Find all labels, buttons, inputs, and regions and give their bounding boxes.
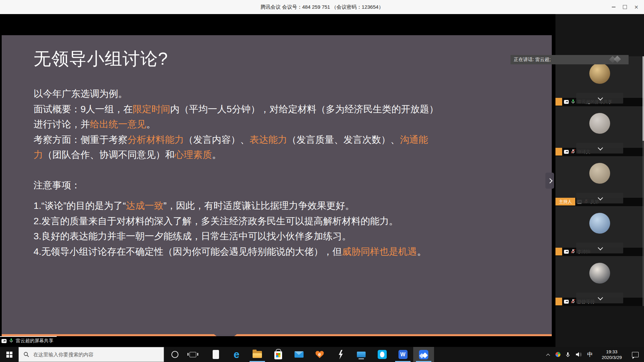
sidebar-scrollbar-thumb[interactable] xyxy=(643,56,644,141)
action-center-button[interactable] xyxy=(628,347,643,362)
sidebar-scrollbar-track[interactable] xyxy=(643,141,644,306)
taskbar-your-phone[interactable] xyxy=(205,347,226,362)
avatar xyxy=(589,113,610,134)
taskbar-wps[interactable] xyxy=(392,347,413,362)
slide-text-line: 考察方面：侧重于考察分析材料能力（发言内容）、表达能力（发言质量、发言次数）、沟… xyxy=(34,132,538,147)
collapse-tiles-button[interactable] xyxy=(576,143,623,154)
avatar xyxy=(589,63,610,84)
ime-indicator[interactable]: 中 xyxy=(584,347,596,362)
taskbar-apps xyxy=(205,347,434,362)
screen-share-icon xyxy=(564,149,569,154)
taskbar-clock[interactable]: 19:33 2020/3/29 xyxy=(596,347,628,362)
taskbar-search[interactable] xyxy=(18,347,164,362)
restore-button[interactable] xyxy=(619,0,631,14)
window-title: 腾讯会议 会议号：484 259 751 （会议密码：123654） xyxy=(0,0,644,14)
text: 。 xyxy=(212,149,221,160)
clock-date: 2020/3/29 xyxy=(602,355,622,360)
participant-tile[interactable]: 张译文 xyxy=(555,106,644,156)
wps-icon xyxy=(398,350,408,359)
host-badge: 主持人 xyxy=(555,198,575,205)
taskbar-edge[interactable] xyxy=(226,347,247,362)
host-badge xyxy=(555,248,562,255)
taskbar-tencent-meeting[interactable] xyxy=(413,347,434,362)
text: 面试概要：9人一组，在 xyxy=(34,104,133,114)
participant-tile[interactable]: 静静等待 xyxy=(555,256,644,306)
collapse-sidebar-button[interactable] xyxy=(545,173,554,189)
edge-icon xyxy=(233,349,239,361)
collapse-tiles-button[interactable] xyxy=(576,93,623,104)
highlighted-text: 沟通能 xyxy=(400,134,428,145)
slide-text-line: 注意事项： xyxy=(34,178,538,193)
slide-text-line: 1.“谈论”的目的是为了“达成一致”，因此，有时适度谦让比据理力争效果更好。 xyxy=(34,198,538,214)
tencent-meeting-icon xyxy=(419,350,428,359)
meeting-logo-icon xyxy=(614,56,621,63)
presentation-slide: 无领导小组讨论? 以今年广东选调为例。面试概要：9人一组，在限定时间内（平均一人… xyxy=(2,35,552,350)
taskbar-remote-desktop[interactable] xyxy=(351,347,372,362)
cortana-button[interactable] xyxy=(167,347,182,362)
remote-desktop-icon xyxy=(357,352,366,357)
tray-microphone-button[interactable] xyxy=(563,347,573,362)
chevron-down-icon xyxy=(598,95,603,101)
search-input[interactable] xyxy=(33,351,155,358)
highlighted-text: 分析材料能力 xyxy=(127,134,184,145)
text: 进行讨论，并 xyxy=(34,119,90,129)
highlighted-text: 威胁同样也是机遇 xyxy=(342,246,417,257)
highlighted-text: 力 xyxy=(34,149,43,160)
screen-share-icon xyxy=(1,339,7,344)
slide-title: 无领导小组讨论? xyxy=(2,35,552,71)
slide-text-line: 2.发言的质量来自于对材料的深入了解，多关注经济政务民生可以提高解析材料的能力。 xyxy=(34,214,538,229)
tray-volume-button[interactable] xyxy=(573,347,584,362)
slide-text-line: 以今年广东选调为例。 xyxy=(34,86,538,102)
host-badge xyxy=(555,298,562,305)
tray-photos-button[interactable] xyxy=(553,347,563,362)
speaking-indicator-text: 正在讲话: 雷云超; xyxy=(514,57,551,63)
screen-share-toast: 雷云超的屏幕共享 xyxy=(0,336,57,345)
window-titlebar: 腾讯会议 会议号：484 259 751 （会议密码：123654） × xyxy=(0,0,644,14)
text: 以今年广东选调为例。 xyxy=(34,88,127,99)
screen-share-icon xyxy=(564,249,569,254)
participant-tile[interactable]: 主持人 及第 xyxy=(555,156,644,206)
text: 。 xyxy=(417,246,426,257)
chevron-down-icon xyxy=(598,245,603,250)
qq-icon xyxy=(378,350,387,359)
slide-text-line: 面试概要：9人一组，在限定时间内（平均一人5分钟），对给定材料（多为经济民生类的… xyxy=(34,102,538,117)
microphone-icon xyxy=(565,352,571,357)
microsoft-store-icon xyxy=(274,351,282,359)
minimize-icon xyxy=(612,7,615,7)
screen-share-icon xyxy=(564,299,569,304)
avatar xyxy=(589,163,610,184)
system-tray: 中 19:33 2020/3/29 xyxy=(543,347,643,362)
text: 考察方面：侧重于考察 xyxy=(34,134,127,145)
chevron-down-icon xyxy=(598,145,603,150)
taskbar-mail[interactable] xyxy=(288,347,309,362)
collapse-tiles-button[interactable] xyxy=(576,193,623,203)
highlighted-text: 表达能力 xyxy=(250,134,287,145)
search-icon xyxy=(23,352,29,357)
slide-text-line: 力（团队合作、协调不同意见）和心理素质。 xyxy=(34,147,538,163)
volume-icon xyxy=(575,352,582,357)
windows-logo-icon xyxy=(6,352,12,357)
heart-browser-icon xyxy=(315,351,324,359)
collapse-tiles-button[interactable] xyxy=(576,243,623,253)
participant-tile[interactable]: 李沛怡 xyxy=(555,206,644,256)
start-button[interactable] xyxy=(0,347,18,362)
avatar xyxy=(589,263,610,284)
text: 2.发言的质量来自于对材料的深入了解，多关注经济政务民生可以提高解析材料的能力。 xyxy=(34,216,398,226)
avatar xyxy=(589,213,610,234)
window-controls: × xyxy=(608,0,642,14)
slide-text-line: 4.无领导小组讨论存在不确定性（因为你可能会遇见特别能说的大佬），但威胁同样也是… xyxy=(34,244,538,259)
tray-expand-button[interactable] xyxy=(543,347,553,362)
close-button[interactable]: × xyxy=(631,0,642,14)
taskbar-lightning-app[interactable] xyxy=(330,347,351,362)
minimize-button[interactable] xyxy=(608,0,619,14)
close-icon: × xyxy=(634,4,638,10)
taskbar-qq[interactable] xyxy=(372,347,392,362)
mic-icon xyxy=(571,249,576,255)
task-view-button[interactable] xyxy=(185,347,201,362)
pinwheel-icon xyxy=(555,352,560,357)
taskbar-heart-browser[interactable] xyxy=(309,347,330,362)
taskbar-microsoft-store[interactable] xyxy=(268,347,288,362)
taskbar-file-explorer[interactable] xyxy=(247,347,268,362)
highlighted-text: 限定时间 xyxy=(133,104,170,114)
collapse-tiles-button[interactable] xyxy=(576,293,623,303)
